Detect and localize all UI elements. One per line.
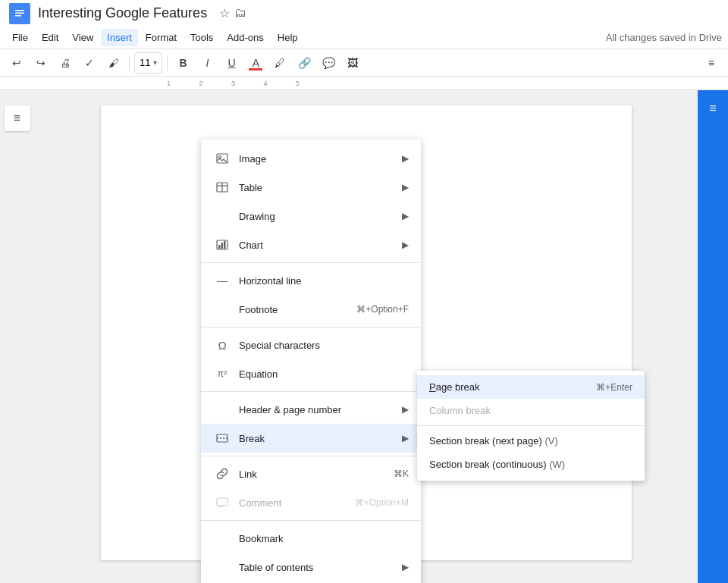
right-menu-button[interactable]: ≡ — [699, 95, 726, 122]
footnote-icon — [213, 300, 231, 318]
separator-1 — [201, 262, 421, 263]
header-arrow: ▶ — [402, 404, 409, 415]
toc-icon — [213, 558, 231, 576]
break-section-continuous[interactable]: Section break (continuous) (W) — [417, 453, 645, 476]
menu-item-link[interactable]: Link ⌘K — [201, 459, 421, 488]
menu-file[interactable]: File — [6, 29, 34, 46]
break-icon — [213, 429, 231, 447]
font-size-arrow: ▾ — [153, 58, 157, 67]
image-button[interactable]: 🖼 — [342, 52, 363, 74]
app-icon — [9, 3, 30, 24]
footnote-label: Footnote — [239, 304, 349, 315]
menu-addons[interactable]: Add-ons — [221, 29, 269, 46]
link-shortcut: ⌘K — [394, 469, 409, 479]
menu-help[interactable]: Help — [271, 29, 304, 46]
image-label: Image — [239, 153, 399, 165]
comment-label: Comment — [239, 497, 347, 509]
menu-insert[interactable]: Insert — [101, 29, 138, 46]
redo-button[interactable]: ↪ — [30, 52, 52, 74]
menu-item-break[interactable]: Break ▶ — [201, 424, 421, 453]
toc-arrow: ▶ — [402, 562, 409, 572]
equation-label: Equation — [239, 368, 409, 380]
chart-arrow: ▶ — [402, 240, 409, 250]
page-break-label: Page break — [429, 381, 596, 393]
menu-item-image[interactable]: Image ▶ — [201, 144, 421, 173]
bookmark-icon — [213, 529, 231, 547]
insert-menu-dropdown: Image ▶ Table ▶ Drawing ▶ — [201, 139, 421, 583]
break-separator-1 — [417, 425, 645, 426]
text-color-indicator — [249, 68, 262, 71]
menu-edit[interactable]: Edit — [36, 29, 64, 46]
menu-item-footnote[interactable]: Footnote ⌘+Option+F — [201, 295, 421, 324]
underline-button[interactable]: U — [221, 52, 242, 74]
spellcheck-button[interactable]: ✓ — [79, 52, 100, 74]
break-column-break: Column break — [417, 399, 645, 422]
title-bar: Interesting Google Features ☆ 🗂 — [0, 0, 728, 27]
font-size-value: 11 — [140, 57, 150, 68]
separator-5 — [201, 520, 421, 521]
text-color-button[interactable]: A — [245, 52, 266, 74]
svg-rect-13 — [217, 434, 228, 442]
menu-item-horizontal-line[interactable]: — Horizontal line — [201, 266, 421, 295]
menu-item-chart[interactable]: Chart ▶ — [201, 230, 421, 259]
menu-item-special-chars[interactable]: Ω Special characters — [201, 331, 421, 359]
comment-menu-icon — [213, 494, 231, 512]
special-chars-icon: Ω — [213, 336, 231, 354]
header-label: Header & page number — [239, 404, 399, 415]
bookmark-label: Bookmark — [239, 533, 409, 544]
star-icon[interactable]: ☆ — [219, 6, 230, 20]
menu-item-drawing[interactable]: Drawing ▶ — [201, 202, 421, 230]
menu-tools[interactable]: Tools — [184, 29, 219, 46]
menu-item-bookmark[interactable]: Bookmark — [201, 524, 421, 553]
drawing-label: Drawing — [239, 211, 399, 222]
hline-icon: — — [213, 271, 231, 290]
chart-menu-icon — [213, 236, 231, 254]
svg-rect-3 — [15, 15, 21, 17]
table-menu-icon — [213, 178, 231, 196]
menu-view[interactable]: View — [66, 29, 99, 46]
svg-rect-12 — [224, 241, 226, 249]
folder-icon[interactable]: 🗂 — [234, 6, 246, 20]
chart-label: Chart — [239, 240, 399, 251]
menu-item-toc[interactable]: Table of contents ▶ — [201, 553, 421, 581]
footnote-shortcut: ⌘+Option+F — [356, 304, 409, 315]
break-arrow: ▶ — [402, 433, 409, 444]
paint-format-button[interactable]: 🖌 — [103, 52, 124, 74]
title-action-icons: ☆ 🗂 — [219, 6, 246, 20]
bold-button[interactable]: B — [172, 52, 193, 74]
menu-item-header-page[interactable]: Header & page number ▶ — [201, 395, 421, 424]
menu-format[interactable]: Format — [140, 29, 183, 46]
drawing-menu-icon — [213, 207, 231, 225]
font-size-selector[interactable]: 11 ▾ — [134, 52, 162, 74]
menu-item-comment[interactable]: Comment ⌘+Option+M — [201, 488, 421, 517]
align-button[interactable]: ≡ — [701, 52, 722, 74]
table-label: Table — [239, 182, 399, 193]
menu-item-equation[interactable]: π² Equation — [201, 359, 421, 388]
section-continuous-label: Section break (continuous) (W) — [429, 459, 632, 470]
italic-button[interactable]: I — [196, 52, 218, 74]
image-arrow: ▶ — [402, 153, 409, 164]
undo-button[interactable]: ↩ — [6, 52, 27, 74]
print-button[interactable]: 🖨 — [55, 52, 76, 74]
image-menu-icon — [213, 149, 231, 168]
break-page-break[interactable]: Page break ⌘+Enter — [417, 375, 645, 399]
menu-item-table[interactable]: Table ▶ — [201, 173, 421, 202]
link-label: Link — [239, 469, 386, 480]
drawing-arrow: ▶ — [402, 211, 409, 221]
hline-label: Horizontal line — [239, 275, 409, 287]
section-next-label: Section break (next page) (V) — [429, 435, 632, 447]
comment-button[interactable]: 💬 — [318, 52, 339, 74]
separator-2 — [201, 327, 421, 328]
highlight-button[interactable]: 🖊 — [269, 52, 290, 74]
toolbar: ↩ ↪ 🖨 ✓ 🖌 11 ▾ B I U A 🖊 🔗 💬 🖼 ≡ — [0, 49, 728, 77]
svg-rect-10 — [218, 245, 221, 249]
svg-point-5 — [219, 156, 221, 158]
link-button[interactable]: 🔗 — [293, 52, 315, 74]
svg-rect-1 — [15, 10, 24, 11]
comment-shortcut: ⌘+Option+M — [355, 497, 409, 508]
menu-bar: File Edit View Insert Format Tools Add-o… — [0, 27, 728, 49]
svg-rect-11 — [221, 243, 224, 249]
document-area: Image ▶ Table ▶ Drawing ▶ — [34, 90, 698, 583]
svg-rect-15 — [217, 498, 228, 506]
break-section-next[interactable]: Section break (next page) (V) — [417, 429, 645, 453]
